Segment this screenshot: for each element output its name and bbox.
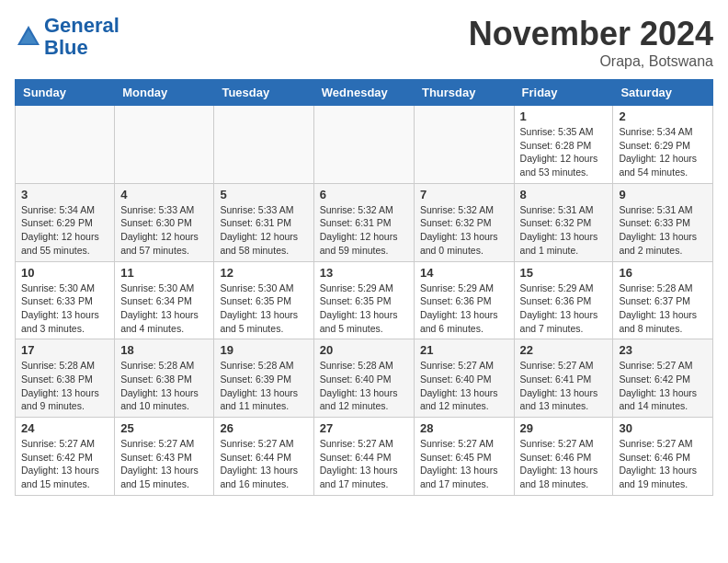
- day-number: 8: [520, 188, 608, 201]
- day-info: Sunrise: 5:28 AMSunset: 6:38 PMDaylight:…: [120, 359, 208, 413]
- calendar-header-friday: Friday: [514, 80, 613, 106]
- day-number: 26: [220, 421, 307, 435]
- calendar-day-cell: [16, 106, 115, 184]
- calendar-day-cell: 10Sunrise: 5:30 AMSunset: 6:33 PMDayligh…: [16, 261, 115, 339]
- calendar-table: SundayMondayTuesdayWednesdayThursdayFrid…: [15, 79, 713, 496]
- day-info: Sunrise: 5:31 AMSunset: 6:32 PMDaylight:…: [520, 203, 608, 258]
- day-info: Sunrise: 5:27 AMSunset: 6:42 PMDaylight:…: [619, 359, 707, 413]
- day-info: Sunrise: 5:28 AMSunset: 6:38 PMDaylight:…: [21, 359, 108, 413]
- day-number: 7: [420, 188, 508, 201]
- calendar-day-cell: 2Sunrise: 5:34 AMSunset: 6:29 PMDaylight…: [613, 106, 713, 184]
- day-number: 11: [120, 266, 208, 280]
- calendar-day-cell: [214, 106, 313, 184]
- day-number: 18: [120, 343, 208, 357]
- calendar-day-cell: 27Sunrise: 5:27 AMSunset: 6:44 PMDayligh…: [313, 418, 414, 496]
- calendar-week-row: 17Sunrise: 5:28 AMSunset: 6:38 PMDayligh…: [16, 339, 713, 418]
- page-header: General Blue November 2024 Orapa, Botswa…: [15, 15, 713, 70]
- day-number: 13: [320, 266, 408, 280]
- calendar-day-cell: [313, 106, 414, 184]
- day-number: 1: [520, 109, 608, 123]
- day-number: 16: [619, 266, 707, 280]
- day-number: 10: [21, 266, 108, 280]
- calendar-day-cell: 4Sunrise: 5:33 AMSunset: 6:30 PMDaylight…: [115, 183, 214, 261]
- day-number: 14: [420, 266, 508, 280]
- calendar-day-cell: 19Sunrise: 5:28 AMSunset: 6:39 PMDayligh…: [214, 339, 313, 418]
- calendar-day-cell: 9Sunrise: 5:31 AMSunset: 6:33 PMDaylight…: [613, 183, 713, 261]
- day-info: Sunrise: 5:32 AMSunset: 6:31 PMDaylight:…: [320, 203, 408, 258]
- calendar-day-cell: [115, 106, 214, 184]
- day-number: 29: [520, 421, 608, 435]
- day-info: Sunrise: 5:27 AMSunset: 6:44 PMDaylight:…: [320, 437, 408, 491]
- calendar-day-cell: 18Sunrise: 5:28 AMSunset: 6:38 PMDayligh…: [115, 339, 214, 418]
- day-info: Sunrise: 5:31 AMSunset: 6:33 PMDaylight:…: [619, 203, 707, 258]
- day-number: 3: [21, 188, 108, 201]
- day-info: Sunrise: 5:27 AMSunset: 6:45 PMDaylight:…: [420, 437, 508, 491]
- calendar-day-cell: 22Sunrise: 5:27 AMSunset: 6:41 PMDayligh…: [514, 339, 613, 418]
- calendar-day-cell: 24Sunrise: 5:27 AMSunset: 6:42 PMDayligh…: [16, 418, 115, 496]
- calendar-day-cell: 20Sunrise: 5:28 AMSunset: 6:40 PMDayligh…: [313, 339, 414, 418]
- calendar-week-row: 10Sunrise: 5:30 AMSunset: 6:33 PMDayligh…: [16, 261, 713, 339]
- day-number: 19: [220, 343, 307, 357]
- calendar-day-cell: 11Sunrise: 5:30 AMSunset: 6:34 PMDayligh…: [115, 261, 214, 339]
- day-number: 22: [520, 343, 608, 357]
- logo-text: General Blue: [44, 15, 119, 59]
- calendar-day-cell: 6Sunrise: 5:32 AMSunset: 6:31 PMDaylight…: [313, 183, 414, 261]
- calendar-day-cell: 23Sunrise: 5:27 AMSunset: 6:42 PMDayligh…: [613, 339, 713, 418]
- calendar-day-cell: 8Sunrise: 5:31 AMSunset: 6:32 PMDaylight…: [514, 183, 613, 261]
- day-info: Sunrise: 5:27 AMSunset: 6:42 PMDaylight:…: [21, 437, 108, 491]
- calendar-header-sunday: Sunday: [16, 80, 115, 106]
- calendar-week-row: 24Sunrise: 5:27 AMSunset: 6:42 PMDayligh…: [16, 418, 713, 496]
- day-number: 25: [120, 421, 208, 435]
- calendar-header-monday: Monday: [115, 80, 214, 106]
- calendar-day-cell: 25Sunrise: 5:27 AMSunset: 6:43 PMDayligh…: [115, 418, 214, 496]
- calendar-day-cell: 17Sunrise: 5:28 AMSunset: 6:38 PMDayligh…: [16, 339, 115, 418]
- day-info: Sunrise: 5:33 AMSunset: 6:31 PMDaylight:…: [220, 203, 307, 258]
- calendar-day-cell: 14Sunrise: 5:29 AMSunset: 6:36 PMDayligh…: [414, 261, 514, 339]
- day-info: Sunrise: 5:28 AMSunset: 6:37 PMDaylight:…: [619, 282, 707, 336]
- day-info: Sunrise: 5:27 AMSunset: 6:43 PMDaylight:…: [120, 437, 208, 491]
- day-info: Sunrise: 5:27 AMSunset: 6:41 PMDaylight:…: [520, 359, 608, 413]
- day-number: 20: [320, 343, 408, 357]
- day-number: 24: [21, 421, 108, 435]
- logo: General Blue: [15, 15, 119, 59]
- day-number: 28: [420, 421, 508, 435]
- calendar-day-cell: 1Sunrise: 5:35 AMSunset: 6:28 PMDaylight…: [514, 106, 613, 184]
- day-number: 30: [619, 421, 707, 435]
- calendar-week-row: 1Sunrise: 5:35 AMSunset: 6:28 PMDaylight…: [16, 106, 713, 184]
- day-info: Sunrise: 5:27 AMSunset: 6:40 PMDaylight:…: [420, 359, 508, 413]
- day-number: 15: [520, 266, 608, 280]
- month-title: November 2024: [469, 15, 713, 53]
- calendar-header-wednesday: Wednesday: [313, 80, 414, 106]
- calendar-day-cell: 12Sunrise: 5:30 AMSunset: 6:35 PMDayligh…: [214, 261, 313, 339]
- calendar-day-cell: 5Sunrise: 5:33 AMSunset: 6:31 PMDaylight…: [214, 183, 313, 261]
- calendar-day-cell: 28Sunrise: 5:27 AMSunset: 6:45 PMDayligh…: [414, 418, 514, 496]
- day-number: 17: [21, 343, 108, 357]
- day-info: Sunrise: 5:34 AMSunset: 6:29 PMDaylight:…: [619, 125, 707, 179]
- day-number: 2: [619, 109, 707, 123]
- calendar-day-cell: 3Sunrise: 5:34 AMSunset: 6:29 PMDaylight…: [16, 183, 115, 261]
- calendar-day-cell: 26Sunrise: 5:27 AMSunset: 6:44 PMDayligh…: [214, 418, 313, 496]
- day-info: Sunrise: 5:30 AMSunset: 6:35 PMDaylight:…: [220, 282, 307, 336]
- calendar-header-thursday: Thursday: [414, 80, 514, 106]
- day-number: 27: [320, 421, 408, 435]
- day-number: 23: [619, 343, 707, 357]
- day-info: Sunrise: 5:27 AMSunset: 6:44 PMDaylight:…: [220, 437, 307, 491]
- day-number: 21: [420, 343, 508, 357]
- day-info: Sunrise: 5:29 AMSunset: 6:35 PMDaylight:…: [320, 282, 408, 336]
- calendar-header-row: SundayMondayTuesdayWednesdayThursdayFrid…: [16, 80, 713, 106]
- day-number: 12: [220, 266, 307, 280]
- calendar-day-cell: 16Sunrise: 5:28 AMSunset: 6:37 PMDayligh…: [613, 261, 713, 339]
- calendar-day-cell: 7Sunrise: 5:32 AMSunset: 6:32 PMDaylight…: [414, 183, 514, 261]
- day-info: Sunrise: 5:27 AMSunset: 6:46 PMDaylight:…: [520, 437, 608, 491]
- day-number: 6: [320, 188, 408, 201]
- day-info: Sunrise: 5:32 AMSunset: 6:32 PMDaylight:…: [420, 203, 508, 258]
- day-number: 5: [220, 188, 307, 201]
- day-info: Sunrise: 5:28 AMSunset: 6:39 PMDaylight:…: [220, 359, 307, 413]
- day-info: Sunrise: 5:28 AMSunset: 6:40 PMDaylight:…: [320, 359, 408, 413]
- day-info: Sunrise: 5:27 AMSunset: 6:46 PMDaylight:…: [619, 437, 707, 491]
- day-info: Sunrise: 5:30 AMSunset: 6:33 PMDaylight:…: [21, 282, 108, 336]
- calendar-week-row: 3Sunrise: 5:34 AMSunset: 6:29 PMDaylight…: [16, 183, 713, 261]
- calendar-header-tuesday: Tuesday: [214, 80, 313, 106]
- day-info: Sunrise: 5:35 AMSunset: 6:28 PMDaylight:…: [520, 125, 608, 179]
- calendar-day-cell: [414, 106, 514, 184]
